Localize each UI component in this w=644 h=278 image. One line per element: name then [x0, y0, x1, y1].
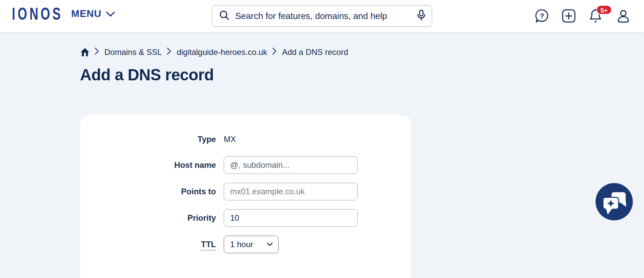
ttl-select[interactable]: 1 hour	[224, 236, 279, 253]
ttl-row: TTL 1 hour	[80, 236, 411, 253]
points-to-label: Points to	[80, 187, 216, 196]
home-icon[interactable]	[80, 48, 89, 57]
account-button[interactable]	[616, 8, 631, 24]
ttl-select-value: 1 hour	[230, 240, 253, 249]
ttl-label[interactable]: TTL	[201, 240, 216, 251]
top-header: IONOS MENU ?	[0, 0, 644, 32]
chevron-down-icon	[106, 8, 115, 19]
ionos-logo[interactable]: IONOS	[12, 4, 63, 24]
type-row: Type MX	[80, 134, 411, 144]
menu-button-label: MENU	[71, 8, 101, 19]
breadcrumb: Domains & SSL digitalguide-heroes.co.uk …	[80, 47, 348, 57]
type-value: MX	[224, 135, 236, 144]
search-icon	[219, 10, 230, 22]
priority-label: Priority	[80, 213, 216, 223]
notification-badge: 5+	[596, 5, 612, 15]
breadcrumb-separator-icon	[95, 47, 99, 57]
chat-bubbles-icon	[596, 183, 633, 220]
dns-record-form-card: Type MX Host name Points to Priority TTL…	[80, 115, 411, 278]
points-to-row: Points to	[80, 183, 411, 200]
host-name-row: Host name	[80, 156, 411, 174]
add-product-button[interactable]	[561, 8, 577, 24]
priority-row: Priority	[80, 209, 411, 227]
help-button[interactable]: ?	[534, 8, 550, 24]
breadcrumb-current-page: Add a DNS record	[282, 47, 348, 57]
host-name-label: Host name	[80, 160, 216, 170]
search-bar[interactable]	[212, 5, 432, 27]
type-label: Type	[80, 135, 216, 144]
search-input[interactable]	[235, 11, 417, 21]
host-name-input[interactable]	[224, 156, 358, 174]
page-title: Add a DNS record	[80, 65, 214, 84]
chevron-down-icon	[267, 242, 273, 246]
breadcrumb-domains-ssl[interactable]: Domains & SSL	[104, 47, 162, 57]
breadcrumb-separator-icon	[167, 47, 172, 57]
menu-button[interactable]: MENU	[71, 8, 115, 19]
breadcrumb-domain[interactable]: digitalguide-heroes.co.uk	[177, 47, 267, 57]
points-to-input[interactable]	[224, 183, 358, 200]
microphone-icon[interactable]	[417, 9, 426, 22]
breadcrumb-separator-icon	[272, 47, 277, 57]
notifications-button[interactable]: 5+	[588, 8, 603, 24]
priority-input[interactable]	[224, 209, 358, 227]
question-mark-glyph: ?	[540, 12, 544, 20]
chat-assistant-button[interactable]	[596, 183, 633, 220]
